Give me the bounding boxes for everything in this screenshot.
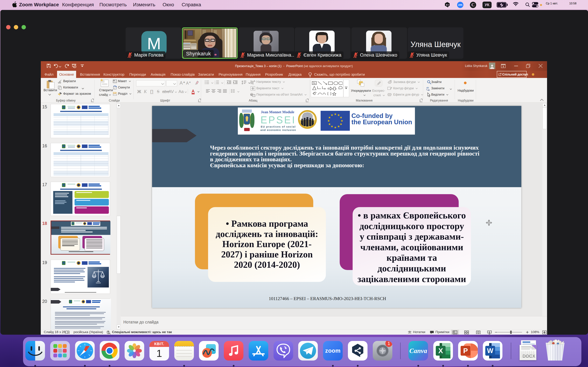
- svg-text:ac: ac: [428, 89, 430, 91]
- svg-text:А: А: [254, 80, 255, 83]
- svg-text:★: ★: [334, 113, 337, 116]
- svg-text:★: ★: [331, 125, 333, 128]
- svg-text:★: ★: [331, 113, 333, 117]
- svg-text:★: ★: [340, 123, 342, 126]
- svg-text:★: ★: [340, 116, 342, 119]
- svg-text:★: ★: [334, 126, 337, 129]
- svg-text:★: ★: [341, 119, 343, 123]
- svg-text:★: ★: [328, 123, 331, 126]
- svg-text:★: ★: [327, 119, 330, 123]
- svg-text:3: 3: [215, 83, 216, 84]
- svg-text:★: ★: [337, 125, 340, 128]
